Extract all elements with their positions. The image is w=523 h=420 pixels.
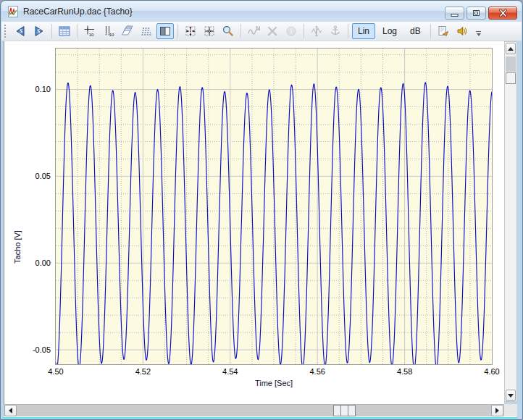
overlay-layers-icon [121,25,134,38]
data-table-button[interactable] [56,23,73,39]
toolbar-separator [304,24,304,38]
single-panel-icon [159,25,172,38]
y-tick-label: -0.05 [4,345,51,354]
overflow-bar-icon [476,31,481,32]
x-tick-label: 4.58 [394,367,416,376]
chevron-down-icon [477,33,481,36]
linear-scale-button[interactable]: Lin [352,23,375,39]
anchor-icon [329,25,342,38]
edit-wave-icon: N [247,25,260,38]
autoscale-icon [203,25,216,38]
vertical-scrollbar[interactable] [504,41,517,402]
x-tick-label: 4.54 [219,367,241,376]
x-divisions-button[interactable]: 10 [81,23,99,39]
x-tick-label: 4.50 [45,367,67,376]
plot-area[interactable] [56,49,492,364]
scroll-up-button[interactable] [506,43,516,54]
toolbar-grip[interactable] [4,25,9,38]
info-button[interactable]: i [283,23,300,39]
svg-text:10: 10 [109,33,114,37]
db-scale-button[interactable]: dB [404,23,427,39]
scroll-right-button[interactable] [491,405,503,416]
anchor-button[interactable] [327,23,344,39]
window-title: RaceCarRunUp.dac {Tacho} [23,7,133,17]
frame-glow [3,417,517,419]
toolbar-separator [177,24,178,38]
y-tick-label: 0.05 [4,172,51,180]
data-table-icon [58,25,71,38]
scroll-left-button[interactable] [4,405,17,416]
y-tick-label: 0.00 [4,259,51,267]
minimize-button[interactable] [445,7,464,20]
next-dataset-icon: S [33,25,46,38]
hscroll-thumb[interactable] [333,405,355,416]
arrow-right-icon [495,408,499,413]
y-divisions-button[interactable]: 10 [100,23,117,39]
y-axis-title: Tacho [V] [13,218,22,276]
svg-text:S: S [37,28,41,35]
single-panel-button[interactable] [156,23,174,39]
waveform-document-icon [7,6,19,17]
svg-text:i: i [290,28,293,35]
plot-panel: Time [Sec] Tacho [V] 4.504.524.544.564.5… [4,41,504,404]
cut-icon [266,25,279,38]
minimize-icon [450,9,459,17]
arrow-left-icon [9,408,12,413]
x-tick-label: 4.56 [306,367,328,376]
toolbar-separator [240,24,241,38]
horizontal-scrollbar[interactable] [4,404,504,416]
svg-text:10: 10 [89,33,94,37]
audio-play-button[interactable] [453,23,471,39]
svg-text:S: S [20,28,23,35]
export-button[interactable] [435,23,452,39]
toolbar-separator [77,24,78,38]
arrow-up-icon [508,47,514,51]
toolbar-separator [51,24,52,38]
log-scale-button[interactable]: Log [377,23,403,39]
toolbar-separator [348,24,348,38]
toolbar-separator [430,24,431,38]
prev-dataset-icon: S [14,25,27,38]
toolbar: SS1010NiLinLogdB [1,22,522,41]
vscroll-thumb[interactable] [506,56,516,72]
x-tick-label: 4.52 [132,367,154,376]
x-tick-label: 4.60 [481,367,503,376]
zoom-icon [222,25,235,38]
close-button[interactable] [488,7,517,20]
previous-dataset-button[interactable]: S [12,23,29,39]
x-divisions-icon: 10 [83,25,96,38]
grid-style-button[interactable] [138,23,155,39]
resize-corner[interactable] [504,404,517,416]
scroll-down-button[interactable] [506,390,516,401]
x-axis-title: Time [Sec] [56,379,492,387]
y-divisions-icon: 10 [102,25,115,38]
arrow-down-icon [508,394,514,398]
close-icon [498,9,509,17]
export-icon [437,25,450,38]
expand-scale-icon [184,25,197,38]
next-dataset-button[interactable]: S [30,23,48,39]
expand-scale-button[interactable] [182,23,199,39]
vscroll-zoom-handle[interactable] [506,72,516,84]
cut-button[interactable] [264,23,281,39]
autoscale-button[interactable] [201,23,218,39]
svg-text:N: N [256,25,260,32]
audio-icon [456,25,469,38]
overlay-layers-button[interactable] [119,23,136,39]
application-window: RaceCarRunUp.dac {Tacho} SS1010NiLinLogd… [0,0,523,420]
y-tick-label: 0.10 [4,85,51,93]
cursor-wave-icon [310,25,323,38]
grid-dashes-icon [140,25,153,38]
titlebar[interactable]: RaceCarRunUp.dac {Tacho} [1,1,522,22]
zoom-button[interactable] [219,23,237,39]
info-icon: i [285,25,298,38]
restore-button[interactable] [466,7,486,20]
hscroll-right-handle[interactable] [348,405,356,416]
cursor-wave-button[interactable] [308,23,325,39]
edit-wave-button[interactable]: N [245,23,262,39]
toolbar-overflow[interactable] [474,24,483,38]
restore-icon [472,9,481,17]
